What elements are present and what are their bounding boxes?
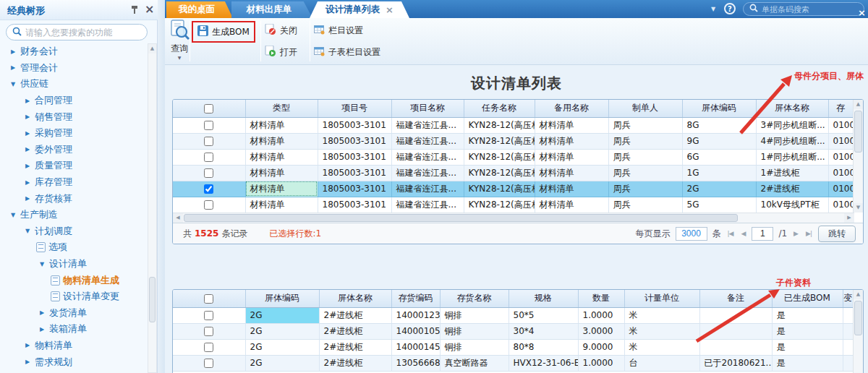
column-header[interactable]: 已生成BOM [772,290,843,307]
column-header[interactable]: 项目号 [318,100,391,117]
cell[interactable]: KYN28-12(高压柜) [464,149,535,165]
subtable-column-settings-button[interactable]: 子表栏目设置 [314,46,380,59]
sidebar-splitter[interactable] [158,0,165,373]
column-settings-button[interactable]: 栏目设置 [314,24,363,37]
scrollbar-thumb[interactable] [854,301,862,335]
scroll-down-icon[interactable]: ▼ [854,203,863,213]
cell[interactable]: KYN28-12(高压柜) [464,197,535,213]
scroll-left-icon[interactable]: ◀ [173,213,183,223]
cell[interactable]: 2#进线柜 [319,323,391,339]
cell[interactable]: 是 [772,323,843,339]
cell[interactable]: 1805003-3101 [318,133,391,149]
sidebar-item[interactable]: ▶库存管理 [0,174,147,191]
cell[interactable]: 010008 [828,149,853,165]
cell[interactable]: 材料清单 [245,149,318,165]
cell[interactable]: 周兵 [608,197,682,213]
cell[interactable]: 周兵 [608,149,682,165]
column-header[interactable]: 计量单位 [624,290,699,307]
column-header[interactable]: 屏体编码 [245,290,319,307]
jump-button[interactable]: 跳转 [818,226,856,242]
cell[interactable]: 材料清单 [245,197,318,213]
sidebar-item[interactable]: ▶财务会计 [0,43,147,60]
next-page-icon[interactable]: ▶ [792,230,799,237]
tab-my-desktop[interactable]: 我的桌面 [166,1,233,18]
sidebar-item[interactable]: 选项 [0,239,147,256]
cell[interactable]: 10kV母线PT柜 [756,197,828,213]
cell[interactable]: 真空断路器 [440,355,509,371]
sidebar-scrollbar[interactable]: ▲ [148,43,157,373]
cell[interactable]: 2#进线柜 [319,339,391,355]
scroll-up-icon[interactable]: ▲ [854,290,863,299]
cell[interactable]: 周兵 [608,133,682,149]
master-vertical-scrollbar[interactable]: ▲ ▼ [853,100,863,213]
column-header[interactable]: 存货名称 [440,290,509,307]
column-header[interactable]: 类型 [245,100,318,117]
sidebar-item[interactable]: ▶装箱清单 [0,321,147,338]
column-header[interactable]: 屏体名称 [756,100,828,117]
sidebar-item[interactable]: ▼计划调度 [0,223,147,240]
select-all-checkbox[interactable] [204,104,213,113]
cell[interactable]: KYN28-12(高压柜) [464,165,535,181]
cell[interactable]: 4#同步机组断... [756,133,828,149]
cell[interactable]: 14000105 [391,323,440,339]
table-row[interactable]: 2G2#进线柜13056668真空断路器HVX12-31-06-E1.0000台… [173,355,853,371]
table-row[interactable]: 材料清单1805003-3101福建省连江县...KYN28-12(高压柜)材料… [173,117,853,133]
column-header[interactable]: 备注 [699,290,772,307]
cell[interactable]: 材料清单 [535,149,608,165]
cell[interactable]: 1.0000 [578,355,624,371]
cell[interactable]: 1805003-3101 [318,197,391,213]
sidebar-close-icon[interactable]: × [145,2,154,16]
cell[interactable]: 2#进线柜 [756,181,828,197]
row-checkbox[interactable] [204,184,213,194]
detail-vertical-scrollbar[interactable]: ▲ [853,290,863,373]
cell[interactable]: 8G [682,117,756,133]
table-row[interactable]: 材料清单1805003-3101福建省连江县...KYN28-12(高压柜)材料… [173,197,853,213]
active-cell[interactable]: 材料清单 [245,181,318,197]
cell[interactable]: 福建省连江县... [391,181,464,197]
cell[interactable]: 福建省连江县... [391,197,464,213]
sidebar-item-selected[interactable]: 物料清单生成 [0,272,147,288]
column-header[interactable]: 屏体编码 [682,100,756,117]
tab-material-outbound[interactable]: 材料出库单 [231,1,312,18]
row-checkbox[interactable] [204,200,213,210]
cell[interactable]: 材料清单 [535,181,608,197]
cell[interactable]: 1G [682,165,756,181]
cell[interactable]: 周兵 [608,165,682,181]
column-header[interactable]: 规格 [509,290,578,307]
row-checkbox[interactable] [204,168,213,178]
prev-page-icon[interactable]: ◀ [740,230,747,237]
cell[interactable]: 9.0000 [578,339,624,355]
cell[interactable]: 周兵 [608,117,682,133]
cell[interactable] [699,339,772,355]
scroll-right-icon[interactable]: ▶ [844,213,854,223]
cell[interactable]: 6G [682,149,756,165]
tab-close-icon[interactable]: × [386,4,393,15]
sidebar-item[interactable]: ▶物料清单 [0,338,147,354]
cell[interactable]: 1.0000 [578,307,624,323]
sidebar-item[interactable]: ▶发货清单 [0,305,147,322]
sidebar-item[interactable]: ▶需求规划 [0,353,147,370]
close-icon[interactable]: × [858,7,866,18]
cell[interactable]: 材料清单 [245,165,318,181]
scroll-up-icon[interactable]: ▲ [148,44,156,53]
cell[interactable]: 2G [245,323,319,339]
cell[interactable]: 是 [772,307,843,323]
cell[interactable]: 已于20180621... [699,355,772,371]
row-checkbox[interactable] [204,327,213,336]
cell[interactable]: 是 [772,355,843,371]
cell[interactable]: 米 [624,339,699,355]
cell[interactable]: KYN28-12(高压柜) [464,133,535,149]
query-button[interactable]: 查询 ▼ [168,20,191,63]
table-row[interactable]: 材料清单1805003-3101福建省连江县...KYN28-12(高压柜)材料… [173,149,853,165]
tab-design-list[interactable]: 设计清单列表× [310,1,409,18]
cell[interactable]: 010008 [828,197,853,213]
column-header[interactable]: 存 [828,100,853,117]
sidebar-item[interactable]: ▶委外管理 [0,142,147,158]
cell[interactable] [699,323,772,339]
sidebar-item[interactable]: ▶存货核算 [0,190,147,207]
sidebar-item[interactable]: ▶质量管理 [0,158,147,174]
cell[interactable]: 福建省连江县... [391,117,464,133]
cell[interactable]: 周兵 [608,181,682,197]
cell[interactable]: 材料清单 [245,117,318,133]
cell[interactable]: 台 [624,355,699,371]
